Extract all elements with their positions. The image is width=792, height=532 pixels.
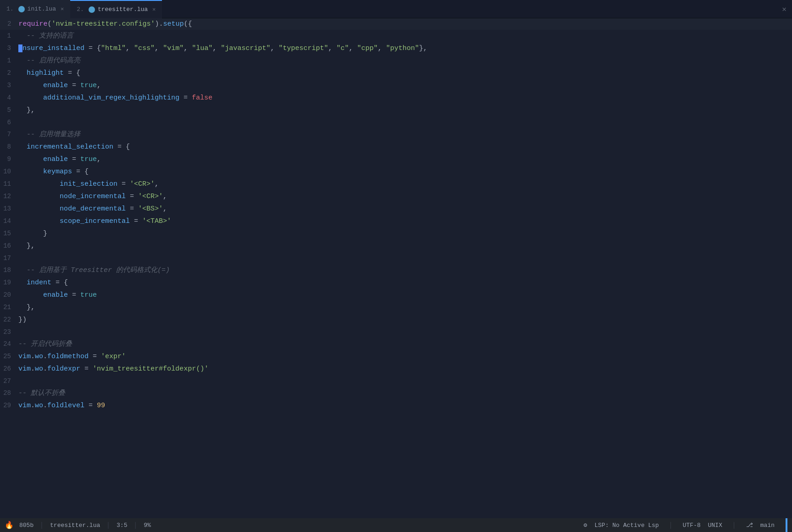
status-lsp-text: LSP: No Active Lsp — [594, 522, 658, 529]
code-line-inner-1: 1 -- 启用代码高亮 — [0, 55, 792, 67]
line-num-27: 27 — [0, 375, 18, 387]
line-content-22: }) — [18, 314, 792, 326]
code-line-24: 24 -- 开启代码折叠 — [0, 338, 792, 350]
status-branch-icon: ⎇ — [746, 521, 753, 529]
line-num-15: 15 — [0, 227, 18, 239]
line-num-24: 24 — [0, 338, 18, 350]
line-content-15: } — [18, 228, 792, 240]
status-fire-icon: 🔥 — [5, 521, 14, 530]
code-line-4: 4 additional_vim_regex_highlighting = fa… — [0, 92, 792, 104]
code-line-7: 7 -- 启用增量选择 — [0, 128, 792, 141]
tab-1-close[interactable]: ✕ — [61, 6, 64, 12]
line-num-7: 7 — [0, 128, 18, 140]
line-num-en1: 3 — [0, 79, 18, 91]
line-content-20: enable = true — [18, 289, 792, 301]
tab-2[interactable]: 2. treesitter.lua ✕ — [70, 0, 162, 18]
line-num-8: 8 — [0, 141, 18, 153]
line-content-19: indent = { — [18, 277, 792, 289]
tab-1-lua-icon — [18, 6, 25, 12]
status-branch-name: main — [760, 522, 775, 529]
code-line-26: 26 vim.wo.foldexpr = 'nvim_treesitter#fo… — [0, 363, 792, 375]
code-area: 1 -- 支持的语言 3 nsure_installed = {"html", … — [0, 30, 792, 532]
tab-2-label: treesitter.lua — [98, 6, 148, 13]
status-left: 🔥 805b │ treesitter.lua │ 3:5 │ 9% — [5, 521, 151, 530]
code-line-6: 6 — [0, 116, 792, 128]
code-line-16: 16 }, — [0, 240, 792, 252]
tab-1-label: init.lua — [28, 6, 56, 12]
line-content-8: incremental_selection = { — [18, 141, 792, 153]
status-filesize: 805b — [19, 522, 33, 529]
line-content-14: scope_incremental = '<TAB>' — [18, 216, 792, 227]
line-content-12: node_incremental = '<CR>', — [18, 191, 792, 203]
line-num-4: 4 — [0, 92, 18, 104]
code-line-17: 17 — [0, 252, 792, 264]
code-line-18: 18 -- 启用基于 Treesitter 的代码格式化(=) — [0, 264, 792, 277]
tab-2-close[interactable]: ✕ — [152, 6, 156, 13]
status-divider-4: │ — [669, 522, 673, 529]
code-line-10: 10 keymaps = { — [0, 166, 792, 178]
code-line-25: 25 vim.wo.foldmethod = 'expr' — [0, 350, 792, 363]
line-num-12: 12 — [0, 190, 18, 202]
line-num-2: 2 — [0, 67, 18, 79]
line-num-19: 19 — [0, 277, 18, 288]
status-lineending: UNIX — [708, 522, 722, 529]
line-content-24: -- 开启代码折叠 — [18, 338, 792, 350]
code-line-15: 15 } — [0, 227, 792, 240]
line-num-10: 10 — [0, 166, 18, 177]
line-num-9: 9 — [0, 153, 18, 165]
line-content-25: vim.wo.foldmethod = 'expr' — [18, 351, 792, 363]
code-line-9: 9 enable = true, — [0, 153, 792, 166]
code-line-19: 19 indent = { — [0, 277, 792, 289]
line-num-5: 5 — [0, 104, 18, 116]
line-content-en1: enable = true, — [18, 80, 792, 92]
code-line-en1: 3 enable = true, — [0, 79, 792, 92]
status-divider-3: │ — [134, 522, 137, 529]
line-num-28: 28 — [0, 387, 18, 399]
line-content-10: keymaps = { — [18, 166, 792, 178]
code-line-8: 8 incremental_selection = { — [0, 141, 792, 153]
tab-2-number: 2. — [77, 6, 84, 13]
line-num-20: 20 — [0, 289, 18, 301]
status-lsp-icon: ⚙ — [584, 521, 587, 529]
line-num-6: 6 — [0, 116, 18, 128]
code-line-2: 2 highlight = { — [0, 67, 792, 79]
status-filename: treesitter.lua — [50, 522, 100, 529]
code-line-3: 3 nsure_installed = {"html", "css", "vim… — [0, 42, 792, 55]
line-content-7: -- 启用增量选择 — [18, 129, 792, 141]
status-scroll: 9% — [144, 522, 151, 529]
line-content-5: }, — [18, 105, 792, 116]
code-line-5: 5 }, — [0, 104, 792, 116]
code-line-21: 21 }, — [0, 301, 792, 314]
code-line-14: 14 scope_incremental = '<TAB>' — [0, 215, 792, 227]
line-num-13: 13 — [0, 203, 18, 215]
code-line-28: 28 -- 默认不折叠 — [0, 387, 792, 399]
line-num-22: 22 — [0, 314, 18, 326]
line-content-26: vim.wo.foldexpr = 'nvim_treesitter#folde… — [18, 363, 792, 375]
line-num-inner-1: 1 — [0, 55, 18, 66]
line-num-29: 29 — [0, 399, 18, 411]
line-content-inner-1: -- 启用代码高亮 — [18, 55, 792, 67]
line-content-9: enable = true, — [18, 154, 792, 166]
status-divider-2: │ — [106, 522, 110, 529]
line-content-4: additional_vim_regex_highlighting = fals… — [18, 92, 792, 104]
code-line-13: 13 node_decremental = '<BS>', — [0, 203, 792, 215]
line-num-25: 25 — [0, 350, 18, 362]
tab-1[interactable]: 1. init.lua ✕ — [0, 0, 70, 18]
line-content-1: -- 支持的语言 — [18, 30, 792, 42]
line-num-1: 1 — [0, 30, 18, 42]
line-num-18: 18 — [0, 264, 18, 276]
line-content-2: highlight = { — [18, 67, 792, 79]
line-content-16: }, — [18, 240, 792, 252]
close-all-button[interactable]: ✕ — [776, 5, 792, 14]
line-content-13: node_decremental = '<BS>', — [18, 203, 792, 215]
line-content-3: nsure_installed = {"html", "css", "vim",… — [18, 43, 792, 55]
line-num-17: 17 — [0, 252, 18, 264]
tab-1-number: 1. — [6, 6, 14, 12]
code-line-29: 29 vim.wo.foldlevel = 99 — [0, 399, 792, 412]
tab-2-lua-icon — [89, 6, 95, 13]
code-line-11: 11 init_selection = '<CR>', — [0, 178, 792, 190]
line-num-23: 23 — [0, 326, 18, 338]
line-content-28: -- 默认不折叠 — [18, 388, 792, 399]
status-bar: 🔥 805b │ treesitter.lua │ 3:5 │ 9% ⚙ LSP… — [0, 518, 792, 532]
line-content-18: -- 启用基于 Treesitter 的代码格式化(=) — [18, 265, 792, 277]
